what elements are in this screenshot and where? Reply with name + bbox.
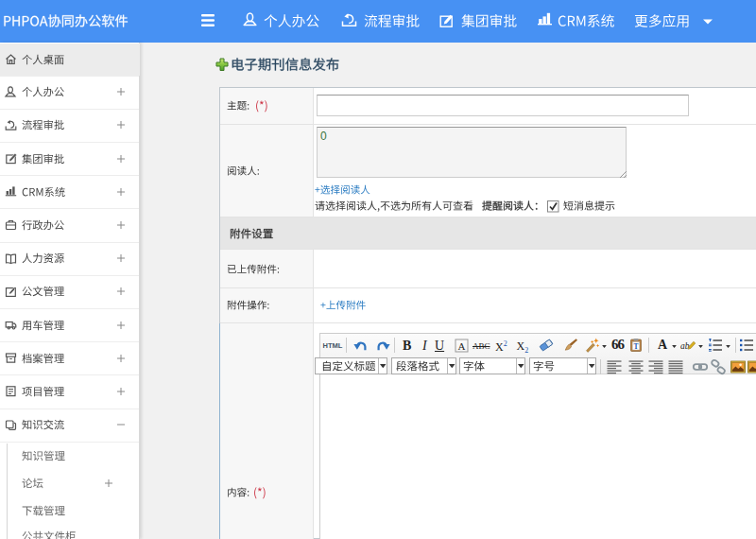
svg-text:A: A [458,339,466,351]
svg-text:T: T [633,342,638,351]
